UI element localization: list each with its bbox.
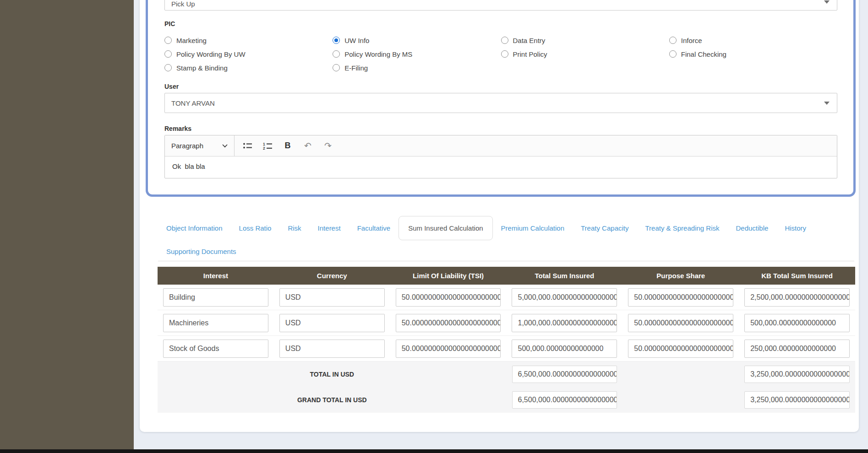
pic-radio-uw-info[interactable]: UW Info bbox=[333, 37, 501, 44]
pic-radio-policy-wording-by-ms[interactable]: Policy Wording By MS bbox=[333, 50, 501, 58]
radio-option-label: Print Policy bbox=[513, 50, 547, 58]
tab-object-information[interactable]: Object Information bbox=[158, 217, 231, 239]
chevron-down-icon bbox=[222, 144, 228, 148]
row-0-purpose-share-input[interactable]: 50.000000000000000000000000 bbox=[628, 288, 733, 307]
radio-option-label: Policy Wording By UW bbox=[176, 50, 246, 58]
bulleted-list-icon bbox=[243, 142, 252, 150]
tab-risk[interactable]: Risk bbox=[279, 217, 309, 239]
taskbar-edge bbox=[0, 449, 868, 453]
radio-option-label: Final Checking bbox=[681, 50, 726, 58]
paragraph-dropdown[interactable]: Paragraph bbox=[165, 135, 235, 156]
pic-radio-policy-wording-by-uw[interactable]: Policy Wording By UW bbox=[164, 50, 333, 58]
sidebar bbox=[0, 0, 134, 449]
radio-unselected-icon bbox=[501, 50, 508, 58]
header-cell-currency: Currency bbox=[274, 272, 390, 280]
row-1-total-sum-input[interactable]: 1,000,000.0000000000000000000 bbox=[512, 314, 617, 332]
radio-option-label: Data Entry bbox=[513, 37, 546, 44]
row-2-currency-input[interactable]: USD bbox=[279, 340, 385, 358]
tab-sum-insured-calculation[interactable]: Sum Insured Calculation bbox=[399, 216, 492, 240]
tab-facultative[interactable]: Facultative bbox=[349, 217, 399, 239]
sum-insured-table: InterestCurrencyLimit Of Liability (TSI)… bbox=[158, 267, 855, 413]
radio-option-label: E-Filing bbox=[344, 64, 368, 72]
kb-total-sum-insured-value: 3,250,000.0000000000000000000 bbox=[744, 391, 850, 409]
tab-treaty-capacity[interactable]: Treaty Capacity bbox=[573, 217, 637, 239]
row-0-total-sum-input[interactable]: 5,000,000.0000000000000000000 bbox=[512, 288, 617, 307]
content-card: Pick Up PIC MarketingUW InfoData EntryIn… bbox=[140, 0, 859, 432]
pic-radio-data-entry[interactable]: Data Entry bbox=[501, 37, 669, 44]
row-2-limit-input[interactable]: 50.000000000000000000000000 bbox=[396, 340, 501, 358]
pic-radio-final-checking[interactable]: Final Checking bbox=[669, 50, 837, 58]
row-1-kb-total-input[interactable]: 500,000.00000000000000 bbox=[744, 314, 850, 332]
user-select[interactable]: TONY ARVAN bbox=[164, 93, 837, 113]
radio-option-label: Inforce bbox=[681, 37, 702, 44]
pic-radio-stamp-binding[interactable]: Stamp & Binding bbox=[164, 64, 333, 72]
row-1-purpose-share-input[interactable]: 50.000000000000000000000000 bbox=[628, 314, 733, 332]
row-0-limit-input[interactable]: 50.000000000000000000000000 bbox=[396, 288, 501, 307]
remarks-content[interactable]: Ok bla bla bbox=[165, 156, 837, 178]
table-row: BuildingUSD50.0000000000000000000000005,… bbox=[158, 285, 855, 310]
pic-radio-print-policy[interactable]: Print Policy bbox=[501, 50, 669, 58]
numbered-list-button[interactable]: 1 2 bbox=[259, 138, 276, 154]
tab-supporting-documents[interactable]: Supporting Documents bbox=[158, 241, 245, 262]
row-2-purpose-share-input[interactable]: 50.000000000000000000000000 bbox=[628, 340, 733, 358]
remarks-label: Remarks bbox=[164, 125, 191, 132]
bold-button[interactable]: B bbox=[279, 138, 296, 154]
pic-radio-inforce[interactable]: Inforce bbox=[669, 37, 837, 44]
radio-option-label: Stamp & Binding bbox=[176, 64, 228, 72]
pic-radio-e-filing[interactable]: E-Filing bbox=[333, 64, 501, 72]
tab-bar: Object InformationLoss RatioRiskInterest… bbox=[158, 217, 841, 262]
bold-icon: B bbox=[285, 141, 291, 151]
paragraph-dropdown-value: Paragraph bbox=[171, 142, 203, 150]
radio-unselected-icon bbox=[164, 50, 172, 58]
undo-icon: ↶ bbox=[304, 141, 311, 150]
numbered-list-icon: 1 2 bbox=[263, 142, 273, 150]
bulleted-list-button[interactable] bbox=[239, 138, 256, 154]
radio-unselected-icon bbox=[501, 37, 508, 44]
row-1-limit-input[interactable]: 50.000000000000000000000000 bbox=[396, 314, 501, 332]
radio-unselected-icon bbox=[669, 50, 677, 58]
tabs-divider bbox=[158, 261, 854, 261]
pickup-select-value: Pick Up bbox=[171, 0, 195, 8]
redo-button[interactable]: ↷ bbox=[320, 138, 336, 154]
radio-unselected-icon bbox=[333, 64, 340, 71]
row-0-interest-input[interactable]: Building bbox=[163, 288, 268, 307]
tab-deductible[interactable]: Deductible bbox=[728, 217, 777, 239]
total-row: GRAND TOTAL IN USD6,500,000.000000000000… bbox=[158, 387, 855, 413]
total-sum-insured-value: 6,500,000.0000000000000000000 bbox=[512, 366, 617, 383]
redo-icon: ↷ bbox=[324, 141, 332, 150]
row-0-currency-input[interactable]: USD bbox=[279, 288, 385, 307]
pickup-select[interactable]: Pick Up bbox=[164, 0, 837, 11]
row-2-interest-input[interactable]: Stock of Goods bbox=[163, 340, 268, 358]
radio-unselected-icon bbox=[669, 37, 677, 44]
tab-loss-ratio[interactable]: Loss Ratio bbox=[231, 217, 280, 239]
table-row: Stock of GoodsUSD50.00000000000000000000… bbox=[158, 336, 855, 361]
radio-option-label: UW Info bbox=[344, 37, 369, 44]
header-cell-limit-of-liability-tsi: Limit Of Liability (TSI) bbox=[390, 272, 507, 280]
remarks-toolbar: Paragraph bbox=[165, 135, 837, 156]
row-2-kb-total-input[interactable]: 250,000.00000000000000 bbox=[744, 340, 850, 358]
toolbar-buttons: 1 2 B ↶ ↷ bbox=[235, 135, 336, 156]
row-2-total-sum-input[interactable]: 500,000.00000000000000 bbox=[512, 340, 617, 358]
pic-radio-group: MarketingUW InfoData EntryInforcePolicy … bbox=[164, 33, 837, 75]
header-cell-total-sum-insured: Total Sum Insured bbox=[506, 272, 622, 280]
tab-interest[interactable]: Interest bbox=[310, 217, 349, 239]
table-row: MachineriesUSD50.00000000000000000000000… bbox=[158, 310, 855, 336]
pic-radio-marketing[interactable]: Marketing bbox=[164, 37, 333, 44]
kb-total-sum-insured-value: 3,250,000.0000000000000000000 bbox=[744, 366, 850, 383]
total-row-label: GRAND TOTAL IN USD bbox=[158, 396, 507, 404]
header-cell-interest: Interest bbox=[158, 272, 274, 280]
total-row-label: TOTAL IN USD bbox=[158, 371, 507, 378]
row-0-kb-total-input[interactable]: 2,500,000.0000000000000000000 bbox=[744, 288, 850, 307]
header-cell-kb-total-sum-insured: KB Total Sum Insured bbox=[739, 272, 855, 280]
undo-button[interactable]: ↶ bbox=[300, 138, 316, 154]
row-1-currency-input[interactable]: USD bbox=[279, 314, 385, 332]
remarks-editor: Paragraph bbox=[164, 135, 837, 178]
radio-unselected-icon bbox=[333, 50, 340, 58]
tab-history[interactable]: History bbox=[776, 217, 814, 239]
caret-down-icon bbox=[824, 102, 830, 105]
tab-premium-calculation[interactable]: Premium Calculation bbox=[493, 217, 573, 239]
table-header-row: InterestCurrencyLimit Of Liability (TSI)… bbox=[158, 267, 855, 285]
tab-treaty-spreading-risk[interactable]: Treaty & Spreading Risk bbox=[637, 217, 727, 239]
row-1-interest-input[interactable]: Machineries bbox=[163, 314, 268, 332]
svg-text:2: 2 bbox=[263, 146, 265, 150]
